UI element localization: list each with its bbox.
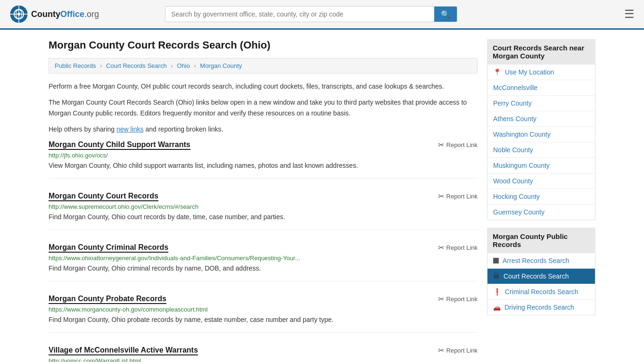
scissors-icon: ✂ (438, 346, 444, 355)
public-records-item-link[interactable]: Arrest Records Search (503, 257, 570, 264)
report-link-label: Report Link (446, 347, 478, 354)
nearby-section: Court Records Search near Morgan County … (487, 39, 595, 220)
public-records-item-link[interactable]: Driving Records Search (504, 304, 574, 311)
content: Morgan County Court Records Search (Ohio… (49, 39, 478, 362)
nearby-item-link[interactable]: Perry County (493, 99, 532, 107)
nearby-item-0[interactable]: 📍Use My Location (487, 65, 595, 80)
report-link[interactable]: ✂ Report Link (438, 192, 478, 201)
nearby-item-link[interactable]: Washington County (493, 131, 551, 138)
record-header: Village of McConnelsville Active Warrant… (49, 346, 478, 355)
breadcrumb-sep-3: › (194, 62, 196, 69)
logo-icon (9, 5, 28, 24)
sidebar: Court Records Search near Morgan County … (487, 39, 595, 362)
public-records-item-3[interactable]: 🚗Driving Records Search (487, 300, 595, 315)
record-header: Morgan County Court Records ✂ Report Lin… (49, 192, 478, 201)
breadcrumb-sep-2: › (171, 62, 173, 69)
description-2: The Morgan County Court Records Search (… (49, 97, 478, 118)
report-link[interactable]: ✂ Report Link (438, 346, 478, 355)
report-link[interactable]: ✂ Report Link (438, 140, 478, 149)
record-url: http://jfs.ohio.gov/ocs/ (49, 152, 478, 159)
nearby-item-5[interactable]: Noble County (487, 142, 595, 158)
record-title[interactable]: Morgan County Criminal Records (49, 243, 168, 253)
nearby-item-6[interactable]: Muskingum County (487, 158, 595, 173)
logo-text: CountyOffice.org (31, 9, 99, 19)
nearby-item-link[interactable]: Wood County (493, 177, 533, 185)
record-item-court-records: Morgan County Court Records ✂ Report Lin… (49, 192, 478, 230)
record-title[interactable]: Village of McConnelsville Active Warrant… (49, 346, 198, 355)
nearby-item-7[interactable]: Wood County (487, 173, 595, 189)
record-desc: View Morgan County, Ohio child support w… (49, 161, 478, 171)
report-link-label: Report Link (446, 193, 478, 200)
report-link-label: Report Link (446, 244, 478, 251)
nearby-item-8[interactable]: Hocking County (487, 189, 595, 205)
record-url: https://www.ohioattorneygeneral.gov/Indi… (49, 255, 478, 262)
record-desc: Find Morgan County, Ohio court records b… (49, 212, 478, 222)
public-records-section: Morgan County Public Records Arrest Reco… (487, 228, 595, 315)
record-title[interactable]: Morgan County Probate Records (49, 295, 166, 304)
search-button[interactable]: 🔍 (434, 7, 457, 22)
nearby-item-1[interactable]: McConnelsville (487, 80, 595, 96)
car-icon: 🚗 (493, 304, 501, 311)
record-url: https://www.morgancounty-oh.gov/commonpl… (49, 306, 478, 313)
svg-point-5 (17, 13, 20, 16)
public-records-item-1[interactable]: 🏛Court Records Search (487, 269, 595, 284)
record-item-criminal-records: Morgan County Criminal Records ✂ Report … (49, 243, 478, 281)
record-header: Morgan County Child Support Warrants ✂ R… (49, 140, 478, 150)
public-records-section-title: Morgan County Public Records (487, 228, 595, 253)
new-links[interactable]: new links (116, 125, 144, 133)
record-desc: Find Morgan County, Ohio criminal record… (49, 263, 478, 273)
breadcrumb-ohio[interactable]: Ohio (177, 62, 190, 69)
record-desc: Find Morgan County, Ohio probate records… (49, 315, 478, 325)
record-item-child-support-warrants: Morgan County Child Support Warrants ✂ R… (49, 140, 478, 179)
header: CountyOffice.org 🔍 ☰ (0, 0, 644, 30)
nearby-item-link[interactable]: Guernsey County (493, 208, 545, 216)
public-records-item-2[interactable]: ❗Criminal Records Search (487, 284, 595, 300)
record-header: Morgan County Probate Records ✂ Report L… (49, 295, 478, 304)
breadcrumb-sep-1: › (100, 62, 102, 69)
nearby-item-link[interactable]: Hocking County (493, 193, 540, 200)
scissors-icon: ✂ (438, 295, 444, 304)
exclaim-icon: ❗ (493, 288, 501, 296)
nearby-item-link[interactable]: Use My Location (505, 68, 554, 76)
building-icon: 🏛 (493, 272, 500, 280)
nearby-item-3[interactable]: Athens County (487, 111, 595, 127)
main-container: Morgan County Court Records Search (Ohio… (39, 30, 605, 362)
breadcrumb: Public Records › Court Records Search › … (49, 58, 478, 74)
report-link-label: Report Link (446, 296, 478, 303)
page-title: Morgan County Court Records Search (Ohio… (49, 39, 478, 51)
breadcrumb-court-records-search[interactable]: Court Records Search (106, 62, 167, 69)
search-input[interactable] (165, 7, 434, 22)
report-link[interactable]: ✂ Report Link (438, 295, 478, 304)
nearby-item-9[interactable]: Guernsey County (487, 205, 595, 220)
record-item-probate-records: Morgan County Probate Records ✂ Report L… (49, 295, 478, 333)
report-link-label: Report Link (446, 141, 478, 148)
public-records-list: Arrest Records Search🏛Court Records Sear… (487, 253, 595, 315)
nearby-item-link[interactable]: Athens County (493, 115, 537, 123)
breadcrumb-public-records[interactable]: Public Records (55, 62, 96, 69)
breadcrumb-morgan-county[interactable]: Morgan County (200, 62, 242, 69)
scissors-icon: ✂ (438, 192, 444, 201)
square-icon (493, 258, 499, 263)
nearby-item-2[interactable]: Perry County (487, 96, 595, 111)
nearby-list: 📍Use My LocationMcConnelsvillePerry Coun… (487, 65, 595, 220)
nearby-item-link[interactable]: Muskingum County (493, 162, 550, 169)
record-item-active-warrants: Village of McConnelsville Active Warrant… (49, 346, 478, 362)
public-records-item-link[interactable]: Court Records Search (504, 272, 569, 280)
menu-icon[interactable]: ☰ (624, 8, 635, 21)
search-bar[interactable]: 🔍 (165, 6, 457, 22)
record-title[interactable]: Morgan County Court Records (49, 192, 158, 201)
nearby-item-4[interactable]: Washington County (487, 127, 595, 142)
record-title[interactable]: Morgan County Child Support Warrants (49, 140, 190, 150)
report-link[interactable]: ✂ Report Link (438, 243, 478, 252)
nearby-section-title: Court Records Search near Morgan County (487, 39, 595, 65)
public-records-item-0[interactable]: Arrest Records Search (487, 253, 595, 269)
record-url: http://www.supremecourt.ohio.gov/Clerk/e… (49, 203, 478, 210)
help-text: Help others by sharing new links and rep… (49, 124, 478, 134)
location-icon: 📍 (493, 68, 501, 76)
nearby-item-link[interactable]: McConnelsville (493, 84, 537, 91)
nearby-item-link[interactable]: Noble County (493, 146, 533, 154)
record-header: Morgan County Criminal Records ✂ Report … (49, 243, 478, 253)
scissors-icon: ✂ (438, 243, 444, 252)
logo[interactable]: CountyOffice.org (9, 5, 99, 24)
public-records-item-link[interactable]: Criminal Records Search (505, 288, 578, 296)
